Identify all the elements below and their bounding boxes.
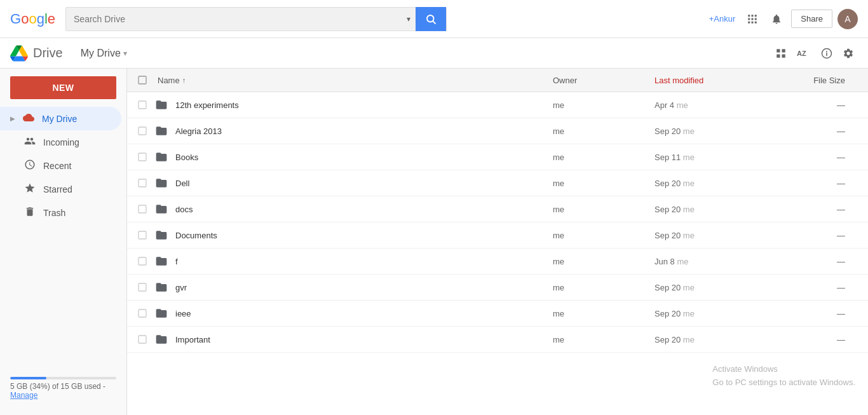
folder-icon <box>155 125 168 137</box>
sidebar: NEW ▶ My Drive Incoming Recent <box>0 69 127 415</box>
svg-rect-10 <box>755 21 757 23</box>
folder-icon <box>155 281 168 294</box>
checkbox-icon <box>137 178 147 188</box>
sort-button[interactable]: AZ <box>793 44 815 63</box>
bell-icon <box>771 13 782 25</box>
file-modified: Sep 11 me <box>654 153 782 162</box>
star-icon <box>24 182 36 196</box>
content-area: Name ↑ Owner Last modified File Size 12t… <box>127 69 868 415</box>
sidebar-item-recent[interactable]: Recent <box>0 154 121 177</box>
svg-rect-9 <box>752 21 754 23</box>
file-name: f <box>175 257 553 266</box>
file-owner: me <box>553 309 654 318</box>
table-row[interactable]: ieee me Sep 20 me — <box>127 301 868 327</box>
apps-grid-button[interactable] <box>743 10 762 29</box>
dropdown-chevron-icon: ▾ <box>123 49 127 58</box>
new-button[interactable]: NEW <box>10 76 116 99</box>
people-icon <box>24 135 36 149</box>
table-row[interactable]: Important me Sep 20 me — <box>127 327 868 353</box>
user-name-link[interactable]: +Ankur <box>709 14 736 24</box>
file-size: — <box>782 231 858 240</box>
file-modified: Sep 20 me <box>654 335 782 344</box>
share-button[interactable]: Share <box>791 10 832 28</box>
owner-column-header: Owner <box>553 76 654 85</box>
modified-column-header[interactable]: Last modified <box>654 76 782 85</box>
table-row[interactable]: gvr me Sep 20 me — <box>127 275 868 301</box>
file-modified: Sep 20 me <box>654 179 782 188</box>
file-owner: me <box>553 257 654 266</box>
file-owner: me <box>553 205 654 214</box>
file-size: — <box>782 257 858 266</box>
manage-link[interactable]: Manage <box>10 391 37 400</box>
sidebar-item-trash[interactable]: Trash <box>0 201 121 224</box>
svg-rect-21 <box>139 127 146 135</box>
svg-rect-23 <box>139 179 146 187</box>
svg-rect-11 <box>776 49 780 52</box>
table-row[interactable]: Alegria 2013 me Sep 20 me — <box>127 118 868 144</box>
sidebar-item-starred[interactable]: Starred <box>0 177 121 201</box>
drive-label: Drive <box>33 46 63 60</box>
search-input[interactable] <box>66 14 402 24</box>
folder-icon <box>155 177 168 189</box>
table-row[interactable]: Books me Sep 11 me — <box>127 144 868 170</box>
sidebar-item-my-drive[interactable]: ▶ My Drive <box>0 107 121 130</box>
folder-icon <box>155 307 168 320</box>
checkbox-icon <box>137 126 147 136</box>
svg-rect-27 <box>139 283 146 291</box>
sidebar-item-recent-label: Recent <box>43 161 71 171</box>
folder-icon <box>155 255 168 268</box>
table-row[interactable]: Dell me Sep 20 me — <box>127 170 868 196</box>
search-dropdown-button[interactable]: ▾ <box>402 15 416 24</box>
sidebar-item-incoming-label: Incoming <box>43 137 79 147</box>
notifications-button[interactable] <box>767 10 786 29</box>
storage-fill <box>10 377 46 379</box>
table-row[interactable]: docs me Sep 20 me — <box>127 196 868 222</box>
settings-button[interactable] <box>839 44 858 63</box>
svg-text:AZ: AZ <box>797 49 806 57</box>
file-list: 12th experiments me Apr 4 me — Alegria 2… <box>127 92 868 353</box>
checkbox-icon <box>137 256 147 266</box>
file-modified: Sep 20 me <box>654 205 782 214</box>
apps-grid-icon <box>747 13 758 25</box>
file-owner: me <box>553 231 654 240</box>
checkbox-icon <box>137 152 147 162</box>
file-modified: Apr 4 me <box>654 100 782 110</box>
sidebar-arrow-icon: ▶ <box>10 115 15 122</box>
file-modified: Sep 20 me <box>654 283 782 292</box>
drivebar-right-area: AZ <box>771 44 858 63</box>
grid-view-button[interactable] <box>771 44 790 63</box>
google-logo[interactable]: Google <box>10 11 55 27</box>
folder-icon <box>155 203 168 215</box>
file-owner: me <box>553 100 654 110</box>
checkbox-icon <box>137 230 147 240</box>
file-name: ieee <box>175 309 553 318</box>
file-size: — <box>782 100 858 110</box>
info-button[interactable] <box>817 44 836 63</box>
file-owner: me <box>553 179 654 188</box>
sidebar-item-trash-label: Trash <box>43 208 65 218</box>
top-bar: Google ▾ +Ankur Share A <box>0 0 868 38</box>
avatar-initial: A <box>844 14 850 24</box>
info-icon <box>821 48 832 59</box>
search-button[interactable] <box>416 7 446 31</box>
checkbox-icon <box>137 308 147 318</box>
name-column-header: Name <box>158 76 180 85</box>
sidebar-item-starred-label: Starred <box>43 184 72 194</box>
file-name: Dell <box>175 179 553 188</box>
avatar[interactable]: A <box>837 9 858 29</box>
file-modified: Sep 20 me <box>654 309 782 318</box>
table-row[interactable]: 12th experiments me Apr 4 me — <box>127 92 868 118</box>
checkbox-icon <box>137 204 147 214</box>
table-row[interactable]: Documents me Sep 20 me — <box>127 222 868 248</box>
file-name: Alegria 2013 <box>175 126 553 136</box>
my-drive-button[interactable]: My Drive ▾ <box>76 45 132 62</box>
grid-view-icon <box>775 48 787 59</box>
checkbox-icon <box>137 282 147 292</box>
sidebar-item-my-drive-label: My Drive <box>42 114 77 124</box>
file-size: — <box>782 335 858 344</box>
sidebar-item-incoming[interactable]: Incoming <box>0 130 121 154</box>
search-bar: ▾ <box>65 7 447 31</box>
my-drive-label: My Drive <box>81 48 121 59</box>
svg-rect-12 <box>782 49 785 52</box>
table-row[interactable]: f me Jun 8 me — <box>127 248 868 275</box>
